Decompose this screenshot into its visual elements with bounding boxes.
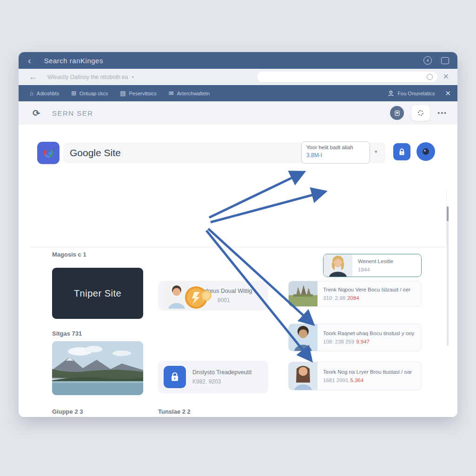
titlebar: ‹ Search ranKinges 4 <box>19 52 457 69</box>
ranking-value: 108: 238 259 <box>323 339 354 344</box>
ranking-value: 310: 2.98 <box>323 295 345 301</box>
avatar <box>324 254 352 277</box>
toolbar-title: SERN SER <box>52 109 93 117</box>
chevron-down-icon[interactable]: ▾ <box>375 149 377 155</box>
document-icon <box>394 110 400 116</box>
nav-label: Arterchwaltetn <box>177 91 210 96</box>
lock-button[interactable] <box>393 143 410 160</box>
avatar <box>289 324 317 351</box>
close-icon[interactable]: ✕ <box>443 73 449 81</box>
scrollbar-thumb[interactable] <box>447 206 449 221</box>
lock-icon <box>170 371 180 383</box>
scrollbar[interactable] <box>447 206 449 346</box>
clock-badge-icon[interactable]: 4 <box>423 56 432 65</box>
address-query[interactable]: Wleastly Oatinoy the nttoboth ea <box>47 74 128 80</box>
mail-icon: ✉ <box>169 90 174 97</box>
report-button[interactable] <box>390 106 404 120</box>
ranking-card[interactable]: Toork Raqnet uhaq Bocu tinstusl y ooy 10… <box>288 324 422 351</box>
metric-title: Dnslysto Treadepveutit <box>192 369 251 376</box>
search-icon[interactable] <box>427 74 433 80</box>
ranking-value-red: 9.947 <box>356 339 370 344</box>
section-label-2: Sitgas 731 <box>52 330 82 337</box>
window-title: Search ranKinges <box>44 57 103 65</box>
site-preview-card[interactable]: Tniper Site <box>52 268 143 319</box>
section-label-middle: Tunslae 2 2 <box>158 408 191 415</box>
account-label: Fou Onunelatics <box>397 91 435 96</box>
person-icon <box>388 90 394 97</box>
nav-item-dashboard[interactable]: ⌂ Adioshbts <box>30 90 59 97</box>
nav-label: Ontuap ckcs <box>79 91 108 96</box>
home-icon: ⌂ <box>30 90 33 97</box>
divider <box>30 247 446 247</box>
ranking-value: 1844 <box>358 267 370 272</box>
mountain-lake-illustration <box>52 341 143 395</box>
window-restore-icon[interactable] <box>441 57 449 64</box>
section-label-1: Magosis c 1 <box>52 251 86 258</box>
nav-bar: ⌂ Adioshbts ⊞ Ontuap ckcs ▤ Peservttsics… <box>19 85 457 101</box>
refresh-icon[interactable]: ⟳ <box>31 107 41 119</box>
ranking-value: 1681 2991 <box>323 377 348 383</box>
account-menu[interactable]: Fou Onunelatics <box>388 90 435 97</box>
section-label-3: Giuppe 2 3 <box>52 408 83 415</box>
avatar <box>289 362 317 390</box>
nav-item-reports[interactable]: ▤ Peservttsics <box>120 90 157 97</box>
ranking-title: Toork Raqnet uhaq Bocu tinstusl y ooy <box>323 331 414 336</box>
dropdown-label: Yoor heiit badt aliah <box>306 145 365 150</box>
more-button[interactable]: ••• <box>437 109 447 117</box>
site-name: Google Site <box>70 147 121 159</box>
nav-item-messages[interactable]: ✉ Arterchwaltetn <box>169 90 210 97</box>
back-chevron-icon[interactable]: ‹ <box>28 55 31 66</box>
ranking-title: Wenent Lesitle <box>358 258 393 264</box>
lock-icon <box>398 148 406 156</box>
mountain-lake-image[interactable] <box>52 341 143 395</box>
nav-label: Peservttsics <box>129 91 157 96</box>
metric-value: K982. 9203 <box>192 378 251 385</box>
coin-icon <box>184 284 214 311</box>
site-preview-title: Tniper Site <box>74 288 121 299</box>
sync-button[interactable] <box>411 105 430 121</box>
ranking-value-red: 2084 <box>347 295 359 301</box>
address-bar: ← Wleastly Oatinoy the nttoboth ea ▾ ✕ <box>19 69 457 85</box>
ranking-title: Trenk Nqpou Vere Bocu Islzaud / oer <box>323 287 410 292</box>
ranking-card-highlight[interactable]: Wenent Lesitle 1844 <box>323 254 422 277</box>
main-content: Google Site Yoor heiit badt aliah 3.8M-I… <box>19 125 457 417</box>
locked-metric-card[interactable]: Dnslysto Treadepveutit K982. 9203 <box>158 361 268 393</box>
target-dot-icon <box>423 148 429 155</box>
landscape-thumbnail <box>289 281 317 306</box>
sync-icon <box>417 109 424 117</box>
close-icon[interactable]: ✕ <box>445 89 451 98</box>
ranking-card[interactable]: Teork Nog na Lryer Brou ttustasl / oar 1… <box>288 362 422 390</box>
nav-label: Adioshbts <box>37 91 59 96</box>
metric-dropdown[interactable]: Yoor heiit badt aliah 3.8M-I <box>301 141 370 164</box>
nav-item-apps[interactable]: ⊞ Ontuap ckcs <box>71 90 108 97</box>
google-site-icon <box>37 142 60 164</box>
list-icon: ▤ <box>120 90 126 97</box>
google-g-icon <box>41 146 55 160</box>
dropdown-value: 3.8M-I <box>306 152 365 159</box>
target-button[interactable] <box>416 142 435 161</box>
ranking-card[interactable]: Trenk Nqpou Vere Bocu Islzaud / oer 310:… <box>288 281 422 307</box>
grid-icon: ⊞ <box>71 90 76 97</box>
search-input[interactable] <box>257 72 437 82</box>
ranking-value-red: 5.364 <box>350 377 364 383</box>
lock-tile <box>164 366 186 388</box>
back-arrow-icon[interactable]: ← <box>29 72 37 82</box>
address-caret-icon[interactable]: ▾ <box>132 75 134 79</box>
app-window: ‹ Search ranKinges 4 ← Wleastly Oatinoy … <box>19 52 457 417</box>
ranking-title: Teork Nog na Lryer Brou ttustasl / oar <box>323 369 412 375</box>
toolbar: ⟳ SERN SER ••• <box>19 101 457 125</box>
